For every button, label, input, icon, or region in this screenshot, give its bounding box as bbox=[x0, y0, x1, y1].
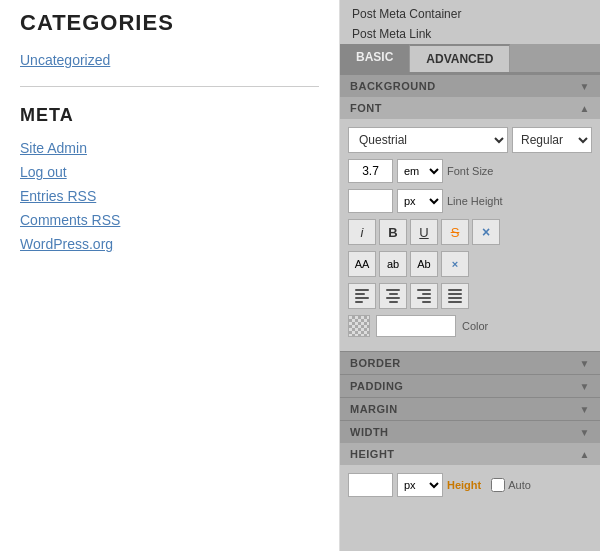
line-height-input[interactable] bbox=[348, 189, 393, 213]
height-label: HEIGHT bbox=[350, 448, 395, 460]
left-panel: CATEGORIES Uncategorized META Site Admin… bbox=[0, 0, 340, 551]
underline-button[interactable]: U bbox=[410, 219, 438, 245]
bold-button[interactable]: B bbox=[379, 219, 407, 245]
height-field-label: Height bbox=[447, 479, 481, 491]
align-justify-icon bbox=[448, 289, 462, 303]
font-weight-select[interactable]: Regular Bold Italic bbox=[512, 127, 592, 153]
comments-rss-link[interactable]: Comments RSS bbox=[20, 212, 319, 228]
post-meta-link-item[interactable]: Post Meta Link bbox=[348, 24, 592, 44]
case-buttons-row: AA ab Ab × bbox=[348, 251, 592, 277]
height-auto-label: Auto bbox=[508, 479, 531, 491]
site-admin-link[interactable]: Site Admin bbox=[20, 140, 319, 156]
case-clear-button[interactable]: × bbox=[441, 251, 469, 277]
line-height-label: Line Height bbox=[447, 195, 503, 207]
padding-collapse-arrow: ▼ bbox=[580, 381, 590, 392]
height-section-header[interactable]: HEIGHT ▲ bbox=[340, 443, 600, 465]
color-checker bbox=[348, 315, 370, 337]
padding-section-header[interactable]: PADDING ▼ bbox=[340, 374, 600, 397]
margin-collapse-arrow: ▼ bbox=[580, 404, 590, 415]
log-out-link[interactable]: Log out bbox=[20, 164, 319, 180]
align-justify-button[interactable] bbox=[441, 283, 469, 309]
post-meta-container-item[interactable]: Post Meta Container bbox=[348, 4, 592, 24]
align-buttons-row bbox=[348, 283, 592, 309]
wordpress-org-link[interactable]: WordPress.org bbox=[20, 236, 319, 252]
entries-rss-link[interactable]: Entries RSS bbox=[20, 188, 319, 204]
font-label: FONT bbox=[350, 102, 382, 114]
font-section-header[interactable]: FONT ▲ bbox=[340, 97, 600, 119]
align-right-icon bbox=[417, 289, 431, 303]
tab-bar: BASIC ADVANCED bbox=[340, 44, 600, 74]
uppercase-button[interactable]: AA bbox=[348, 251, 376, 277]
align-right-button[interactable] bbox=[410, 283, 438, 309]
font-size-unit-select[interactable]: em px rem bbox=[397, 159, 443, 183]
format-clear-button[interactable]: × bbox=[472, 219, 500, 245]
strikethrough-button[interactable]: S bbox=[441, 219, 469, 245]
background-section-header[interactable]: BACKGROUND ▼ bbox=[340, 74, 600, 97]
color-row: Color bbox=[348, 315, 592, 337]
border-section-header[interactable]: BORDER ▼ bbox=[340, 351, 600, 374]
font-size-input[interactable] bbox=[348, 159, 393, 183]
tab-advanced[interactable]: ADVANCED bbox=[409, 44, 510, 72]
font-size-row: em px rem Font Size bbox=[348, 159, 592, 183]
border-label: BORDER bbox=[350, 357, 401, 369]
divider bbox=[20, 86, 319, 87]
margin-section-header[interactable]: MARGIN ▼ bbox=[340, 397, 600, 420]
font-family-row: Questrial Regular Bold Italic bbox=[348, 127, 592, 153]
categories-title: CATEGORIES bbox=[20, 10, 319, 36]
color-input[interactable] bbox=[376, 315, 456, 337]
font-collapse-arrow: ▲ bbox=[580, 103, 590, 114]
tab-basic[interactable]: BASIC bbox=[340, 44, 409, 72]
height-auto-checkbox[interactable] bbox=[491, 478, 505, 492]
meta-title: META bbox=[20, 105, 319, 126]
height-collapse-arrow: ▲ bbox=[580, 449, 590, 460]
line-height-row: px em Line Height bbox=[348, 189, 592, 213]
format-buttons-row: i B U S × bbox=[348, 219, 592, 245]
width-collapse-arrow: ▼ bbox=[580, 427, 590, 438]
color-label: Color bbox=[462, 320, 488, 332]
padding-label: PADDING bbox=[350, 380, 403, 392]
height-value-input[interactable] bbox=[348, 473, 393, 497]
align-left-icon bbox=[355, 289, 369, 303]
border-collapse-arrow: ▼ bbox=[580, 358, 590, 369]
width-label: WIDTH bbox=[350, 426, 389, 438]
width-section-header[interactable]: WIDTH ▼ bbox=[340, 420, 600, 443]
meta-links: Site Admin Log out Entries RSS Comments … bbox=[20, 140, 319, 252]
align-center-icon bbox=[386, 289, 400, 303]
dropdown-area: Post Meta Container Post Meta Link bbox=[340, 0, 600, 44]
background-label: BACKGROUND bbox=[350, 80, 436, 92]
line-height-unit-select[interactable]: px em bbox=[397, 189, 443, 213]
height-unit-select[interactable]: px em % bbox=[397, 473, 443, 497]
margin-label: MARGIN bbox=[350, 403, 398, 415]
height-input-row: px em % Height Auto bbox=[348, 473, 592, 497]
font-size-label: Font Size bbox=[447, 165, 493, 177]
height-section-content: px em % Height Auto bbox=[340, 465, 600, 505]
lowercase-button[interactable]: ab bbox=[379, 251, 407, 277]
font-family-select[interactable]: Questrial bbox=[348, 127, 508, 153]
align-left-button[interactable] bbox=[348, 283, 376, 309]
align-center-button[interactable] bbox=[379, 283, 407, 309]
right-panel: Post Meta Container Post Meta Link BASIC… bbox=[340, 0, 600, 551]
background-collapse-arrow: ▼ bbox=[580, 81, 590, 92]
font-section-content: Questrial Regular Bold Italic em px rem … bbox=[340, 119, 600, 351]
capitalize-button[interactable]: Ab bbox=[410, 251, 438, 277]
uncategorized-link[interactable]: Uncategorized bbox=[20, 52, 319, 68]
italic-button[interactable]: i bbox=[348, 219, 376, 245]
